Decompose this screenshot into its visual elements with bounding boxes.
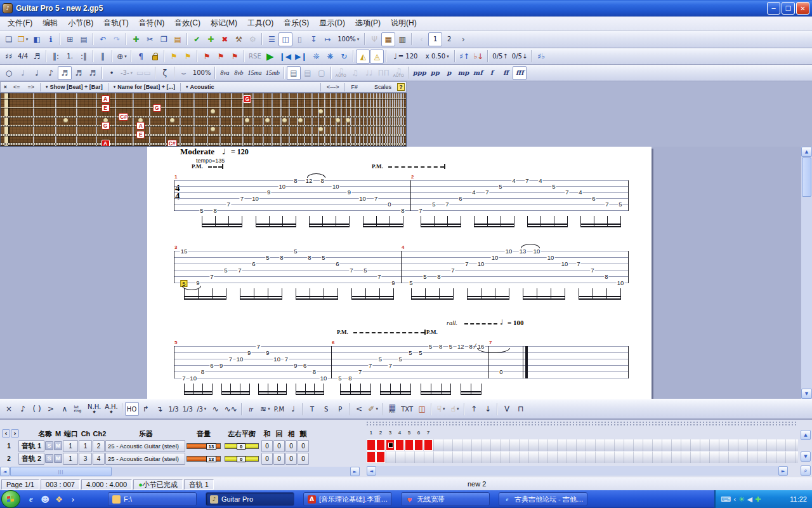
grace-note-icon[interactable]: ♪: [16, 402, 30, 416]
tab-note[interactable]: 8: [468, 344, 473, 349]
grid-cell[interactable]: [405, 439, 414, 451]
wide-vibrato-icon[interactable]: ∿∿: [223, 402, 239, 416]
track-channel2-value[interactable]: 4: [93, 453, 105, 465]
track-fx-value[interactable]: 0: [285, 440, 297, 452]
guitar-string-4[interactable]: [1, 125, 407, 126]
undo-icon[interactable]: ↶: [96, 32, 110, 46]
fretboard-sound-select[interactable]: ▾Acoustic: [183, 84, 217, 90]
tab-note[interactable]: 9: [219, 363, 223, 368]
grid-zoom-icon[interactable]: ⌕: [801, 465, 811, 476]
tab-note[interactable]: 8: [320, 178, 325, 184]
tab-note[interactable]: 5: [321, 255, 325, 260]
fretboard-note-label[interactable]: G: [153, 104, 161, 112]
menu-tools[interactable]: 工具(O): [242, 17, 278, 30]
copy-icon[interactable]: ❐: [157, 32, 171, 46]
score-page[interactable]: Moderate♩= 120tempo=135P.M.P.M.P.M.P.M.r…: [147, 147, 652, 399]
tab-note[interactable]: 5: [398, 356, 402, 362]
track-instrument-select[interactable]: 25 - Acoustic Guitar (steel): [105, 453, 185, 465]
slapping-icon[interactable]: S: [319, 402, 333, 416]
dynamic-ff[interactable]: ff: [499, 66, 513, 80]
tab-note[interactable]: 15: [180, 248, 188, 254]
fretboard-note-label[interactable]: G: [102, 122, 110, 130]
task-guitar-forum[interactable]: e古典吉他论坛 - 吉他…: [499, 492, 587, 506]
tab-note[interactable]: 5: [199, 208, 204, 213]
insert-beat-icon[interactable]: ✚: [129, 32, 143, 46]
tab-note[interactable]: 7: [209, 274, 214, 279]
guitar-string-2[interactable]: [1, 107, 407, 108]
rest-icon[interactable]: ζ: [158, 66, 172, 80]
help-icon[interactable]: ?: [397, 83, 405, 91]
tab-note[interactable]: 10: [273, 356, 281, 362]
volume-slider[interactable]: 13: [187, 443, 221, 449]
repeat-close-icon[interactable]: :‖: [77, 50, 91, 64]
dead-note-icon[interactable]: ×: [2, 402, 16, 416]
staccato-icon[interactable]: ♩: [286, 402, 300, 416]
mix-table-icon[interactable]: ◫: [415, 402, 429, 416]
tab-note[interactable]: 7: [358, 369, 362, 375]
tab-note[interactable]: 7: [576, 261, 580, 267]
tab-note[interactable]: 5: [431, 201, 436, 207]
fretboard-panel-icon[interactable]: ▦: [381, 32, 395, 46]
chord-diagram-icon[interactable]: ▦Am: [385, 402, 399, 416]
grid-h-scrollbar[interactable]: ◄►: [367, 466, 788, 476]
scroll-up-icon[interactable]: ▲: [801, 147, 812, 157]
tab-note[interactable]: 7: [388, 363, 393, 368]
tab-note[interactable]: 10: [561, 261, 569, 267]
tray-collapse-icon[interactable]: ‹: [733, 495, 736, 504]
tab-note[interactable]: 7: [256, 344, 261, 349]
keysig-wizard-icon[interactable]: ⊕▾: [115, 50, 129, 64]
solo-button[interactable]: S: [45, 454, 53, 463]
fretboard-note-label[interactable]: E: [102, 104, 110, 112]
mute-button[interactable]: M: [54, 441, 62, 450]
track-channel-value[interactable]: 3: [79, 453, 92, 465]
tab-note[interactable]: 7: [445, 201, 449, 207]
fretboard-note-label[interactable]: G: [243, 95, 251, 103]
tab-note[interactable]: 4: [511, 178, 516, 184]
tie-icon[interactable]: ⌣: [177, 66, 191, 80]
tab-note[interactable]: 7: [368, 363, 372, 368]
tab-note[interactable]: 10: [533, 248, 541, 254]
tab-note[interactable]: 9: [247, 350, 251, 356]
cut-beat-icon[interactable]: ✂: [143, 32, 157, 46]
scroll-right-icon[interactable]: ►: [778, 466, 788, 476]
tab-note[interactable]: 9: [391, 280, 395, 286]
tab-note[interactable]: 8: [307, 255, 311, 260]
task-guitar-pro[interactable]: ♪Guitar Pro: [206, 492, 294, 506]
octava-8vb[interactable]: 8vb: [232, 66, 246, 80]
volume-slider[interactable]: 13: [187, 456, 221, 462]
tab-note[interactable]: 5: [428, 344, 433, 349]
bend-select[interactable]: /3▾: [195, 402, 209, 416]
dynamic-fff[interactable]: fff: [513, 66, 527, 80]
go-end-icon[interactable]: ▶❙: [293, 50, 309, 64]
save-file-icon[interactable]: ◧: [30, 32, 44, 46]
arpeggio-down-icon[interactable]: ↓: [481, 402, 495, 416]
scales-button[interactable]: Scales: [371, 83, 395, 91]
tab-note[interactable]: 8: [400, 208, 405, 213]
prebend-icon[interactable]: 1/3: [181, 402, 195, 416]
tremolo-picking-icon[interactable]: ≋▾: [258, 402, 272, 416]
tab-note[interactable]: 6: [335, 261, 339, 267]
brush-up-icon[interactable]: ☝▾: [448, 402, 462, 416]
track-port-value[interactable]: 1: [63, 453, 78, 465]
play-along-icon[interactable]: ❋: [323, 50, 337, 64]
fretboard-note-label[interactable]: A: [102, 140, 110, 147]
menu-markers[interactable]: 标记(M): [206, 17, 242, 30]
menu-track[interactable]: 音轨(T): [98, 17, 133, 30]
start-button[interactable]: [1, 490, 20, 508]
dotted-note-icon[interactable]: •: [105, 66, 119, 80]
track-name-button[interactable]: 音轨 2: [18, 453, 44, 465]
tab-note[interactable]: 8: [312, 369, 317, 375]
tab-note[interactable]: 0: [387, 201, 391, 207]
grid-cell[interactable]: [376, 451, 385, 463]
tab-note[interactable]: 9: [195, 280, 200, 286]
menu-bar[interactable]: 小节(B): [63, 17, 98, 30]
octava-15mb[interactable]: 15mb: [264, 66, 282, 80]
paste-icon[interactable]: ▤: [171, 32, 185, 46]
menu-view[interactable]: 显示(D): [314, 17, 350, 30]
tab-note[interactable]: 5: [498, 184, 502, 189]
track-fx-value[interactable]: 0: [273, 453, 285, 465]
transpose-up-icon[interactable]: ♯↑: [457, 50, 471, 64]
marker-list-icon[interactable]: ⚑: [181, 50, 195, 64]
notation-view-icon[interactable]: ▤: [287, 66, 301, 80]
tab-note[interactable]: 7: [590, 267, 594, 273]
